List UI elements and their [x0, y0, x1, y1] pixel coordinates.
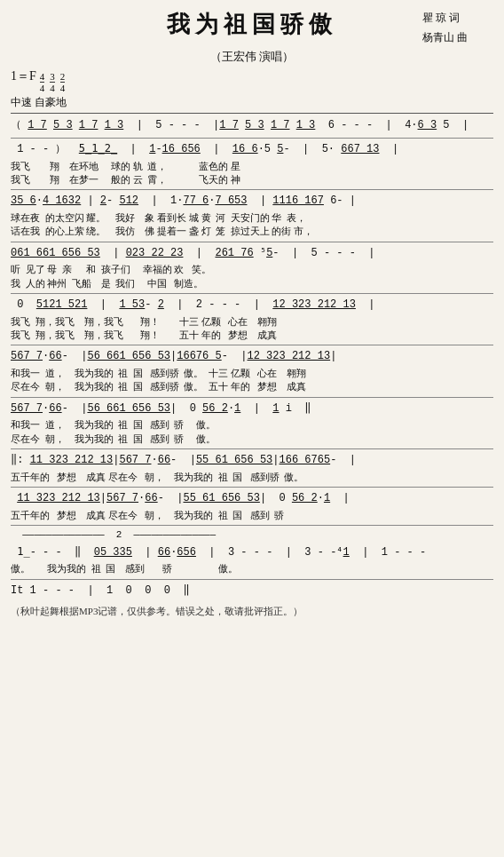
score-line-1: （ 1 7 5 3 1 7 1 3 | 5 - - - |1 7 5 3 1 7… — [11, 116, 493, 136]
lyric-8-1: 五千年的 梦想 成真 尽在今 朝， 我为我的 祖 国 感到骄 傲。 — [11, 471, 493, 484]
time-sig: 4 4 — [40, 71, 45, 93]
key-label: 1＝F — [11, 68, 36, 84]
lyric-5-2: 我飞 翔，我飞 翔，我飞 翔！ 五十 年的 梦想 成真 — [11, 329, 493, 342]
lyric-3-1: 球在夜 的太空闪 耀。 我好 象 看到长 城 黄 河 天安门的 华 表， — [11, 211, 493, 225]
lyric-6-2: 尽在今 朝， 我为我的 祖 国 感到骄 傲。 五十 年的 梦想 成真 — [11, 380, 493, 393]
score-line-2: 1 - - ） 5̲1̲2̲ | 1-16 656 | 16 6·5 5- | … — [11, 140, 493, 160]
footer-note: （秋叶起舞根据MP3记谱，仅供参考。错误之处，敬请批评指正。） — [11, 604, 493, 620]
lyric-4-1: 听 见了 母 亲 和 孩子们 幸福的 欢 笑。 — [11, 263, 493, 276]
page: 我为祖国骄傲 瞿 琼 词 杨青山 曲 （王宏伟 演唱） 1＝F 4 4 3 4 … — [11, 9, 493, 620]
time-sig3: 2 4 — [60, 71, 66, 93]
lyric-7-2: 尽在今 朝， 我为我的 祖 国 感到 骄 傲。 — [11, 432, 493, 446]
lyric-4-2: 我 人的 神州 飞船 是 我们 中国 制造。 — [11, 277, 493, 290]
time-sig2: 3 4 — [50, 71, 55, 93]
score-content: （ 1 7 5 3 1 7 1 3 | 5 - - - |1 7 5 3 1 7… — [11, 116, 493, 620]
composer-credit: 杨青山 曲 — [422, 28, 493, 48]
score-line-5: 0 5121 521 | 1 53- 2 | 2 - - - | 12 323 … — [11, 296, 493, 315]
lyric-9-1: 五千年的 梦想 成真 尽在今 朝， 我为我的 祖 国 感到 骄 — [11, 509, 493, 522]
subtitle: （王宏伟 演唱） — [11, 49, 493, 65]
tempo: 中速 自豪地 — [11, 95, 67, 110]
lyric-10-1: 傲。 我为我的 祖 国 感到 骄 傲。 — [11, 562, 493, 575]
lyricist-credit: 瞿 琼 词 — [422, 9, 493, 28]
score-line-10: 1̲- - - ‖ 05 335 | 66·656 | 3 - - - | 3 … — [11, 544, 493, 563]
score-line-3: 35 6·4 1632 | 2- 512 | 1·77 6·7 653 | 11… — [11, 192, 493, 211]
lyric-5-1: 我飞 翔，我飞 翔，我飞 翔！ 十三 亿颗 心在 翱翔 — [11, 315, 493, 329]
score-line-4: 061 661 656 53 | 023 22 23 | 261 76 ⁵5- … — [11, 244, 493, 264]
lyric-7-1: 和我一 道， 我为我的 祖 国 感到 骄 傲。 — [11, 418, 493, 432]
score-line-8: ‖: 11 323 212 13|567 7·66- |55 61 656 53… — [11, 451, 493, 471]
lyric-2-1: 我飞 翔 在环地 球的 轨 道， 蓝色的 星 — [11, 160, 493, 173]
lyric-3-2: 话在我 的心上萦 绕。 我仿 佛 提着一 盏 灯 笼 掠过天上 的街 市， — [11, 225, 493, 238]
score-line-6: 567 7·66- |56 661 656 53|16676 5- |12 32… — [11, 347, 493, 367]
title: 我为祖国骄傲 — [82, 9, 422, 40]
score-line-7: 567 7·66- |56 661 656 53| 0 56 2·1 | 1 i… — [11, 400, 493, 419]
lyric-6-1: 和我一 道， 我为我的 祖 国 感到骄 傲。 十三 亿颗 心在 翱翔 — [11, 367, 493, 380]
score-line-11: It 1 - - - | 1 0 0 0 ‖ — [11, 582, 493, 601]
volta-bracket: —————————————— 2 —————————————— — [11, 528, 493, 544]
score-line-9: 11 323 212 13|567 7·66- |55 61 656 53| 0… — [11, 489, 493, 509]
lyric-2-2: 我飞 翔 在梦一 般的 云 霄， 飞天的 神 — [11, 173, 493, 186]
